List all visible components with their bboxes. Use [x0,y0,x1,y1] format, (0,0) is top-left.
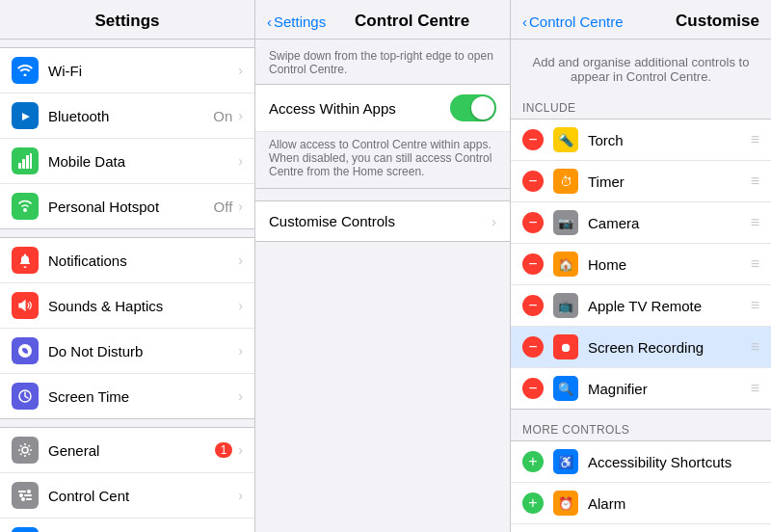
more-item-dnd-driving[interactable]: + 🚗 Do Not Disturb While Driving [511,524,771,532]
screen-time-chevron: › [238,388,243,404]
screen-recording-drag-handle[interactable]: ≡ [751,338,759,356]
camera-remove-button[interactable]: − [522,212,544,233]
more-controls-section-label: MORE CONTROLS [511,417,771,440]
settings-header: Settings [0,0,254,40]
customise-controls-label: Customise Controls [269,213,492,229]
mobile-data-icon [12,147,39,174]
magnifier-drag-handle[interactable]: ≡ [751,380,759,397]
customise-description: Add and organise additional controls to … [511,40,771,95]
svg-rect-11 [18,491,26,492]
list-item-display[interactable]: Display & Brightness › [0,519,254,532]
access-sub-description: Allow access to Control Centre within ap… [255,132,510,189]
include-section-label: INCLUDE [511,95,771,119]
list-item-bluetooth[interactable]: ▸ Bluetooth On › [0,93,254,139]
svg-rect-13 [26,498,32,500]
screen-recording-remove-button[interactable]: − [522,336,544,358]
mobile-data-chevron: › [238,153,243,169]
timer-icon: ⏱ [553,169,578,194]
access-within-apps-row[interactable]: Access Within Apps [255,85,510,132]
settings-group-2: Notifications › Sounds & Haptics › Do No… [0,237,254,419]
magnifier-label: Magnifier [588,381,751,397]
list-item-mobile-data[interactable]: Mobile Data › [0,139,254,184]
include-list: − 🔦 Torch ≡ − ⏱ Timer ≡ − 📷 Camera ≡ − 🏠… [511,119,771,410]
dnd-icon [12,337,39,364]
torch-label: Torch [588,132,751,148]
list-item-dnd[interactable]: Do Not Disturb › [0,329,254,374]
list-item-screen-time[interactable]: Screen Time › [0,374,254,418]
include-item-home[interactable]: − 🏠 Home ≡ [511,244,771,285]
svg-point-4 [23,208,27,212]
control-centre-back-button[interactable]: ‹ Settings [267,13,326,30]
access-within-apps-toggle[interactable] [450,94,496,121]
hotspot-icon [12,193,39,220]
timer-label: Timer [588,173,751,190]
screen-time-icon [12,383,39,410]
dnd-label: Do Not Disturb [48,343,238,359]
list-item-general[interactable]: General 1 › [0,428,254,473]
torch-remove-button[interactable]: − [522,129,544,150]
control-centre-description: Swipe down from the top-right edge to op… [255,40,510,84]
wifi-icon [12,57,39,84]
hotspot-chevron: › [238,199,243,214]
svg-marker-5 [19,301,25,310]
home-remove-button[interactable]: − [522,253,544,275]
magnifier-remove-button[interactable]: − [522,378,544,399]
mobile-data-label: Mobile Data [48,153,238,170]
bluetooth-chevron: › [238,108,243,123]
customise-back-chevron-icon: ‹ [522,13,527,30]
include-item-torch[interactable]: − 🔦 Torch ≡ [511,120,771,161]
access-within-apps-label: Access Within Apps [269,100,450,117]
sounds-label: Sounds & Haptics [48,298,238,314]
accessibility-add-button[interactable]: + [522,451,544,472]
bluetooth-value: On [213,108,232,124]
control-cent-label: Control Cent [48,488,238,504]
customise-back-button[interactable]: ‹ Control Centre [522,13,624,30]
accessibility-label: Accessibility Shortcuts [588,454,759,470]
svg-rect-0 [18,163,21,169]
apple-tv-drag-handle[interactable]: ≡ [751,297,759,314]
camera-icon: 📷 [553,210,578,235]
list-item-wifi[interactable]: Wi-Fi › [0,48,254,93]
notifications-label: Notifications [48,253,238,269]
wifi-label: Wi-Fi [48,63,238,79]
timer-drag-handle[interactable]: ≡ [751,173,759,190]
include-item-screen-recording[interactable]: − ⏺ Screen Recording ≡ [511,327,771,368]
include-item-magnifier[interactable]: − 🔍 Magnifier ≡ [511,368,771,409]
list-item-control-cent[interactable]: Control Cent › [0,473,254,519]
hotspot-value: Off [214,199,233,215]
list-item-notifications[interactable]: Notifications › [0,238,254,283]
svg-rect-1 [22,159,25,169]
control-centre-title: Control Centre [326,12,498,31]
alarm-add-button[interactable]: + [522,492,544,514]
customise-back-label: Control Centre [529,13,624,30]
settings-title: Settings [94,12,159,30]
svg-point-8 [19,493,23,497]
timer-remove-button[interactable]: − [522,171,544,192]
svg-point-7 [22,447,28,453]
list-item-personal-hotspot[interactable]: Personal Hotspot Off › [0,184,254,228]
torch-drag-handle[interactable]: ≡ [751,131,759,148]
dnd-chevron: › [238,343,243,359]
settings-group-1: Wi-Fi › ▸ Bluetooth On › Mobile Data › P… [0,47,254,229]
list-item-sounds[interactable]: Sounds & Haptics › [0,283,254,329]
home-drag-handle[interactable]: ≡ [751,255,759,273]
bluetooth-icon: ▸ [12,102,39,129]
back-chevron-icon: ‹ [267,13,272,30]
apple-tv-remove-button[interactable]: − [522,295,544,316]
control-centre-header: ‹ Settings Control Centre [255,0,510,40]
include-item-apple-tv[interactable]: − 📺 Apple TV Remote ≡ [511,285,771,327]
include-item-timer[interactable]: − ⏱ Timer ≡ [511,161,771,202]
svg-rect-3 [30,153,32,169]
torch-icon: 🔦 [553,127,578,152]
bluetooth-label: Bluetooth [48,108,213,124]
include-item-camera[interactable]: − 📷 Camera ≡ [511,202,771,244]
settings-panel: Settings Wi-Fi › ▸ Bluetooth On › Mobile… [0,0,255,532]
camera-drag-handle[interactable]: ≡ [751,214,759,231]
customise-controls-row[interactable]: Customise Controls › [255,200,510,242]
customise-panel: ‹ Control Centre Customise Add and organ… [511,0,771,532]
more-item-accessibility[interactable]: + ♿ Accessibility Shortcuts [511,441,771,483]
alarm-icon: ⏰ [553,491,578,516]
general-chevron: › [238,442,243,458]
notifications-icon [12,247,39,274]
more-item-alarm[interactable]: + ⏰ Alarm [511,483,771,524]
